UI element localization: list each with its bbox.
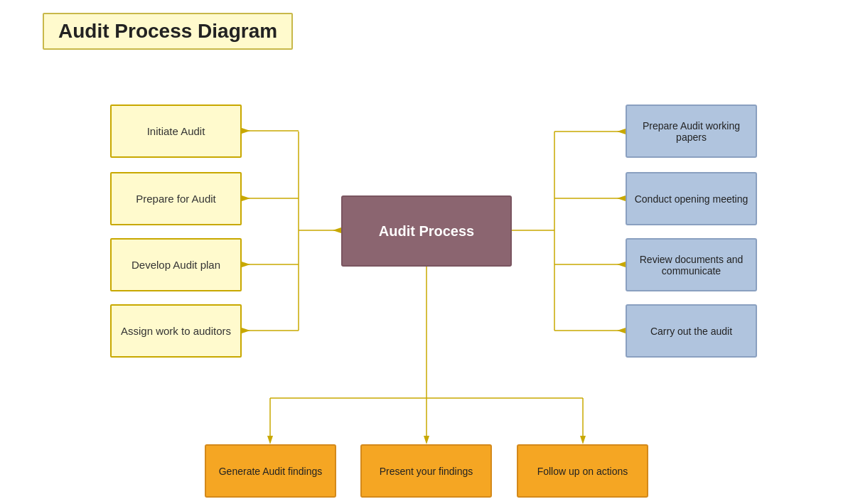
left-box-prepare-audit: Prepare for Audit bbox=[110, 172, 242, 225]
svg-marker-16 bbox=[617, 195, 626, 201]
svg-marker-28 bbox=[580, 436, 586, 444]
left-box-develop-plan: Develop Audit plan bbox=[110, 238, 242, 291]
follow-up-label: Follow up on actions bbox=[537, 466, 628, 477]
center-box: Audit Process bbox=[341, 195, 512, 267]
present-findings-label: Present your findings bbox=[380, 466, 473, 477]
svg-marker-14 bbox=[617, 129, 626, 134]
center-label: Audit Process bbox=[379, 223, 474, 240]
title-box: Audit Process Diagram bbox=[43, 13, 293, 50]
svg-marker-20 bbox=[617, 328, 626, 333]
prepare-audit-label: Prepare for Audit bbox=[136, 193, 216, 205]
assign-work-label: Assign work to auditors bbox=[121, 325, 231, 337]
working-papers-label: Prepare Audit working papers bbox=[627, 120, 756, 143]
right-box-opening-meeting: Conduct opening meeting bbox=[626, 172, 757, 225]
svg-marker-18 bbox=[617, 262, 626, 267]
svg-marker-4 bbox=[242, 195, 250, 201]
carry-out-label: Carry out the audit bbox=[650, 326, 732, 337]
page-wrapper: Audit Process Diagram bbox=[0, 0, 853, 504]
svg-marker-6 bbox=[242, 262, 250, 267]
develop-plan-label: Develop Audit plan bbox=[132, 259, 220, 271]
bottom-box-follow-up: Follow up on actions bbox=[517, 444, 648, 498]
svg-marker-8 bbox=[242, 328, 250, 333]
left-box-initiate-audit: Initiate Audit bbox=[110, 104, 242, 158]
svg-marker-2 bbox=[242, 128, 250, 134]
page-title: Audit Process Diagram bbox=[58, 20, 277, 42]
bottom-box-generate-findings: Generate Audit findings bbox=[205, 444, 336, 498]
svg-marker-10 bbox=[333, 227, 341, 233]
right-box-carry-out: Carry out the audit bbox=[626, 304, 757, 358]
initiate-audit-label: Initiate Audit bbox=[147, 125, 205, 137]
svg-marker-24 bbox=[267, 436, 273, 444]
bottom-box-present-findings: Present your findings bbox=[360, 444, 492, 498]
review-docs-label: Review documents and communicate bbox=[627, 254, 756, 277]
opening-meeting-label: Conduct opening meeting bbox=[635, 193, 749, 205]
left-box-assign-work: Assign work to auditors bbox=[110, 304, 242, 358]
right-box-review-docs: Review documents and communicate bbox=[626, 238, 757, 291]
generate-findings-label: Generate Audit findings bbox=[219, 466, 323, 477]
right-box-working-papers: Prepare Audit working papers bbox=[626, 104, 757, 158]
svg-marker-26 bbox=[424, 436, 429, 444]
